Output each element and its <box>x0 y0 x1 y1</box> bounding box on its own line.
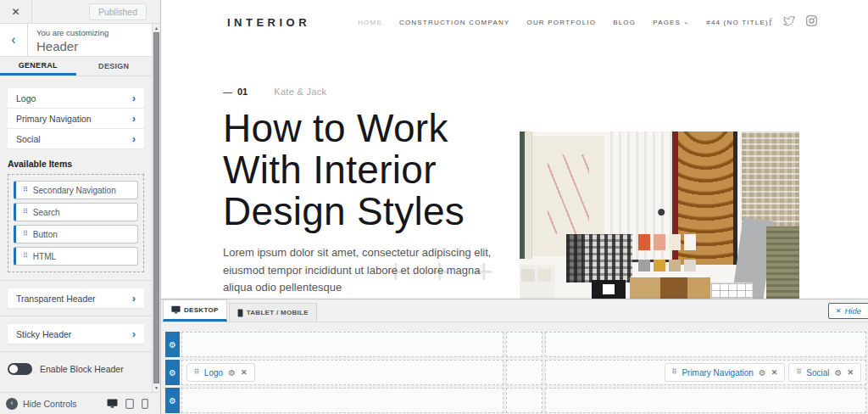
device-desktop-button[interactable] <box>107 399 118 408</box>
dash-icon: — <box>223 87 232 97</box>
row-main-left-slot[interactable]: ⠿ Logo ⚙ ✕ <box>181 360 504 385</box>
nav-item-44-no-title[interactable]: #44 (NO TITLE) <box>706 19 769 26</box>
site-preview: INTERIOR HOME CONSTRUCTION COMPANY OUR P… <box>161 0 868 299</box>
scroll-up-icon[interactable]: ▲ <box>153 25 160 31</box>
chevron-right-icon: › <box>132 292 136 305</box>
builder-item-primary-navigation[interactable]: ⠿ Primary Navigation ⚙ ✕ <box>665 363 786 382</box>
toggle-knob <box>9 365 18 373</box>
row-bottom-center-slot[interactable] <box>506 388 542 413</box>
section-transparent-header[interactable]: Transparent Header › <box>8 288 144 308</box>
chevron-right-icon: › <box>132 92 136 104</box>
customizer-topbar: ✕ Published <box>0 0 160 24</box>
drag-handle-icon[interactable]: ⠿ <box>672 369 677 376</box>
device-tablet-button[interactable] <box>125 399 134 409</box>
divider <box>0 351 152 352</box>
tab-general[interactable]: GENERAL <box>0 57 76 76</box>
drag-handle-icon[interactable]: ⠿ <box>796 369 801 376</box>
hero-meta: — 01 Kate & Jack <box>223 87 868 97</box>
customizing-header: ‹ You are customizing Header <box>0 24 160 57</box>
section-primary-navigation[interactable]: Primary Navigation › <box>8 109 144 128</box>
row-main-center-slot[interactable] <box>506 360 542 385</box>
hero-body-text: Lorem ipsum dolor sit amet, consectetur … <box>223 244 494 297</box>
tab-design[interactable]: DESIGN <box>76 57 153 76</box>
drag-handle-icon[interactable]: ⠿ <box>194 369 199 376</box>
sidebar-scrollbar[interactable]: ▲ ▼ <box>152 24 160 392</box>
item-remove-icon[interactable]: ✕ <box>771 368 778 377</box>
facebook-icon[interactable]: f <box>769 16 772 29</box>
slide-index: 01 <box>237 87 248 97</box>
available-items-label: Available Items <box>8 159 144 169</box>
builder-row-main: ⚙ ⠿ Logo ⚙ ✕ ⠿ Primary Navigation ⚙ <box>165 360 866 385</box>
close-icon: ✕ <box>11 6 19 18</box>
chevron-down-icon: ⌄ <box>683 19 689 25</box>
row-main-right-slot[interactable]: ⠿ Primary Navigation ⚙ ✕ ⠿ Social ⚙ ✕ <box>545 360 867 385</box>
site-header: INTERIOR HOME CONSTRUCTION COMPANY OUR P… <box>161 0 868 44</box>
row-settings-button[interactable]: ⚙ <box>165 388 180 413</box>
tablet-icon <box>125 399 134 409</box>
row-settings-button[interactable]: ⚙ <box>165 332 180 357</box>
row-settings-button[interactable]: ⚙ <box>165 360 180 385</box>
header-social-links: f <box>769 15 817 29</box>
section-logo[interactable]: Logo › <box>8 88 144 108</box>
device-mobile-button[interactable] <box>142 399 148 409</box>
hero-image-collage <box>520 131 799 299</box>
available-item-html[interactable]: ⠿ HTML <box>14 247 138 266</box>
published-button[interactable]: Published <box>89 3 147 20</box>
nav-item-home[interactable]: HOME <box>358 19 382 26</box>
item-remove-icon[interactable]: ✕ <box>847 368 854 377</box>
scrollbar-thumb[interactable] <box>153 32 159 383</box>
available-item-button[interactable]: ⠿ Button <box>14 225 138 243</box>
drag-handle-icon: ⠿ <box>23 253 28 260</box>
builder-item-logo[interactable]: ⠿ Logo ⚙ ✕ <box>186 363 255 382</box>
builder-toolbar: DESKTOP TABLET / MOBILE ✕ Hide <box>161 299 868 322</box>
hide-controls-button[interactable]: ‹ Hide Controls <box>6 398 77 410</box>
chevron-right-icon: › <box>132 327 136 340</box>
drag-handle-icon: ⠿ <box>23 209 28 215</box>
item-settings-icon[interactable]: ⚙ <box>228 368 236 378</box>
row-top-left-slot[interactable] <box>181 332 504 357</box>
builder-tab-tablet-mobile[interactable]: TABLET / MOBILE <box>229 303 317 322</box>
block-header-toggle-row: Enable Block Header <box>8 363 144 375</box>
scroll-down-icon[interactable]: ▼ <box>153 385 160 390</box>
close-customizer-button[interactable]: ✕ <box>0 0 32 23</box>
desktop-icon <box>171 305 181 314</box>
row-top-right-slot[interactable] <box>545 332 867 357</box>
gear-icon: ⚙ <box>169 396 176 406</box>
row-bottom-right-slot[interactable] <box>545 388 867 413</box>
item-remove-icon[interactable]: ✕ <box>241 368 248 377</box>
builder-row-bottom: ⚙ <box>165 388 866 413</box>
builder-item-social[interactable]: ⠿ Social ⚙ ✕ <box>788 363 861 382</box>
instagram-icon[interactable] <box>806 15 817 29</box>
close-icon: ✕ <box>836 307 842 315</box>
site-logo[interactable]: INTERIOR <box>227 16 310 29</box>
nav-item-our-portfolio[interactable]: OUR PORTFOLIO <box>526 19 596 26</box>
nav-item-pages[interactable]: PAGES ⌄ <box>653 19 689 26</box>
collage-color-chips <box>638 234 696 250</box>
nav-item-blog[interactable]: BLOG <box>613 19 636 26</box>
customizing-label: You are customizing <box>36 28 108 37</box>
collage-swatch <box>592 280 626 299</box>
item-settings-icon[interactable]: ⚙ <box>759 368 766 378</box>
item-settings-icon[interactable]: ⚙ <box>834 368 842 378</box>
hide-builder-button[interactable]: ✕ Hide <box>828 303 868 319</box>
builder-tab-desktop[interactable]: DESKTOP <box>163 299 227 322</box>
hero-author: Kate & Jack <box>274 87 326 97</box>
twitter-icon[interactable] <box>783 16 795 29</box>
section-sticky-header[interactable]: Sticky Header › <box>8 324 144 344</box>
section-social[interactable]: Social › <box>8 129 144 148</box>
row-top-center-slot[interactable] <box>506 332 542 357</box>
customizer-content: Logo › Primary Navigation › Social › Ava… <box>0 77 152 392</box>
divider <box>0 316 152 316</box>
panel-title: Header <box>36 39 108 53</box>
collage-swatch <box>630 277 710 299</box>
primary-navigation: HOME CONSTRUCTION COMPANY OUR PORTFOLIO … <box>358 19 769 26</box>
customizer-sidebar: ✕ Published ‹ You are customizing Header… <box>0 0 161 414</box>
collage-color-chips <box>638 260 696 271</box>
enable-block-header-toggle[interactable] <box>8 363 32 375</box>
nav-item-construction-company[interactable]: CONSTRUCTION COMPANY <box>399 19 510 26</box>
row-bottom-left-slot[interactable] <box>181 388 504 413</box>
device-preview-switcher <box>107 399 148 409</box>
back-button[interactable]: ‹ <box>0 24 28 56</box>
available-item-search[interactable]: ⠿ Search <box>14 203 138 221</box>
available-item-secondary-navigation[interactable]: ⠿ Secondary Navigation <box>14 181 138 199</box>
